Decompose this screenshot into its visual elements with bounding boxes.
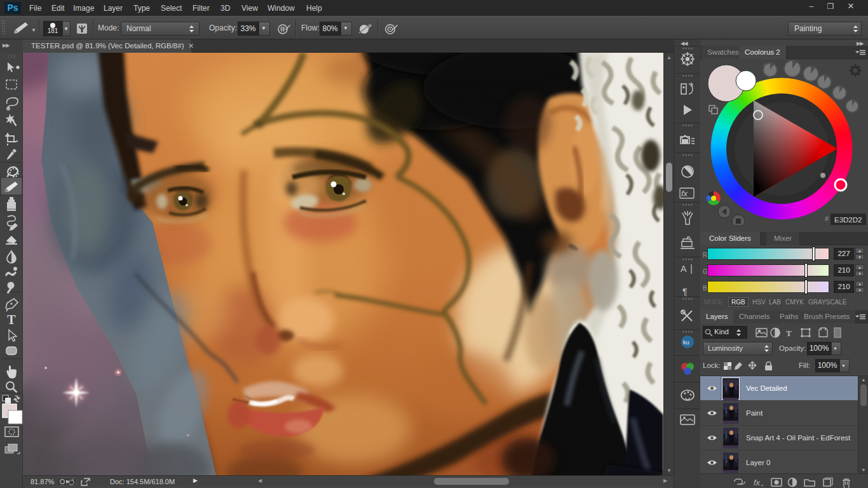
svg-text:ku: ku [683, 339, 689, 346]
svg-text:¶: ¶ [682, 287, 688, 297]
svg-text:fx: fx [754, 478, 761, 487]
svg-text:A: A [681, 264, 687, 274]
svg-text:#: # [825, 215, 829, 222]
svg-text:T: T [786, 329, 792, 338]
svg-text:E3D2D2: E3D2D2 [834, 216, 862, 224]
svg-text:T: T [7, 313, 16, 327]
svg-text:fx: fx [681, 189, 688, 198]
